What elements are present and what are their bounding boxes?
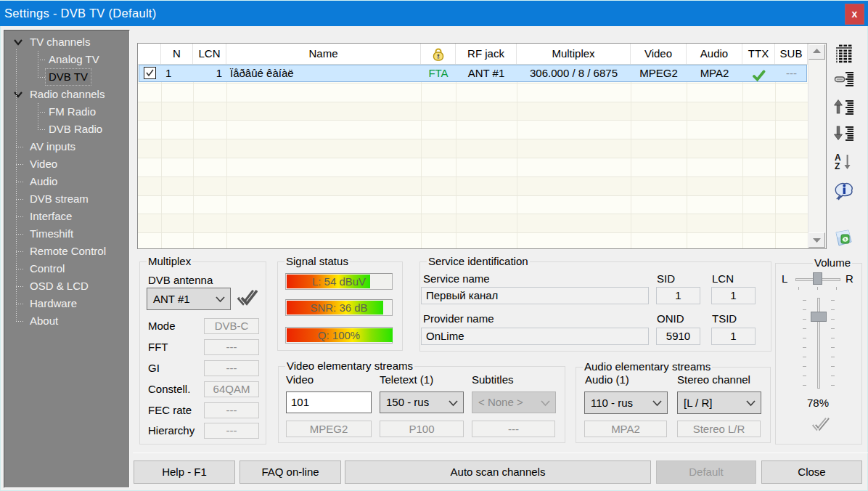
svg-text:Z: Z <box>835 161 840 171</box>
